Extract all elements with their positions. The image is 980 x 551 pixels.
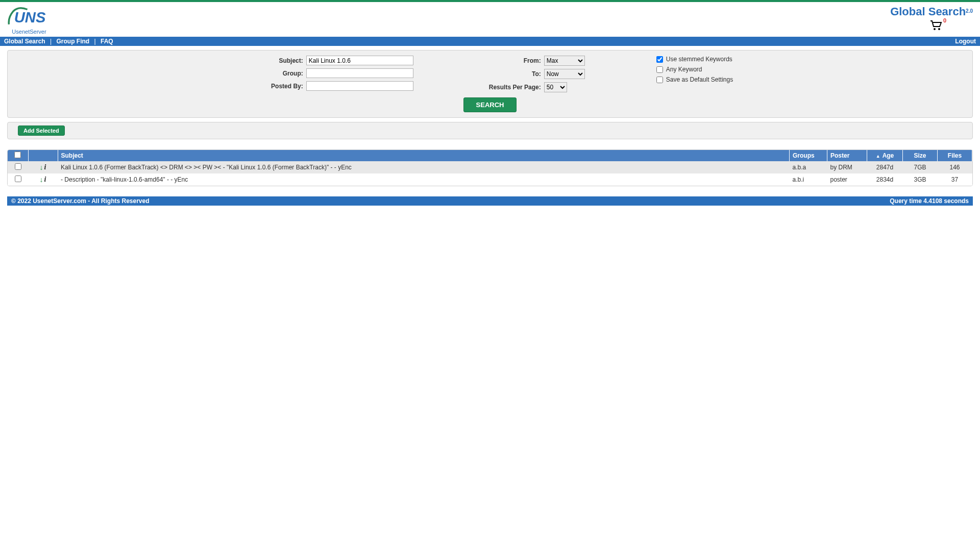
select-all-checkbox[interactable]: [14, 152, 21, 158]
to-select[interactable]: Now: [544, 69, 585, 79]
header-right: Global Search2.0 0: [890, 5, 973, 32]
checkbox-stemmed-label: Use stemmed Keywords: [666, 56, 732, 63]
search-col-middle: From: Max To: Now Results Per Page: 50: [485, 56, 585, 92]
checkbox-save-default-label: Save as Default Settings: [666, 76, 733, 83]
info-icon[interactable]: i: [44, 163, 46, 171]
footer: © 2022 UsenetServer.com - All Rights Res…: [7, 196, 973, 206]
nav-global-search[interactable]: Global Search: [4, 38, 45, 45]
cell-size: 7GB: [903, 161, 938, 173]
cell-files: 37: [938, 173, 972, 186]
posted-by-input[interactable]: [306, 81, 413, 91]
label-to: To:: [485, 70, 541, 78]
cell-poster: poster: [827, 173, 867, 186]
from-select[interactable]: Max: [544, 56, 585, 66]
table-row: ↓iKali Linux 1.0.6 (Former BackTrack) <>…: [8, 161, 972, 173]
cell-size: 3GB: [903, 173, 938, 186]
checkbox-save-default-input[interactable]: [656, 77, 663, 83]
cell-groups: a.b.i: [790, 173, 827, 186]
sort-asc-icon: ▲: [876, 154, 880, 159]
checkbox-stemmed[interactable]: Use stemmed Keywords: [656, 56, 733, 63]
row-checkbox[interactable]: [15, 163, 21, 170]
checkbox-any-keyword-label: Any Keyword: [666, 66, 702, 73]
label-subject: Subject:: [247, 57, 303, 64]
nav-separator: |: [94, 38, 96, 45]
results-table: Subject Groups Poster ▲Age Size Files ↓i…: [7, 149, 973, 186]
cart-icon: [930, 20, 942, 31]
header-subject[interactable]: Subject: [58, 150, 790, 161]
cell-age: 2847d: [867, 161, 903, 173]
results-per-page-select[interactable]: 50: [544, 82, 567, 92]
cell-subject[interactable]: Kali Linux 1.0.6 (Former BackTrack) <> D…: [58, 161, 790, 173]
footer-copyright: © 2022 UsenetServer.com - All Rights Res…: [11, 197, 150, 205]
header-poster[interactable]: Poster: [827, 150, 867, 161]
checkbox-stemmed-input[interactable]: [656, 56, 663, 63]
nav-group-find[interactable]: Group Find: [57, 38, 90, 45]
cell-files: 146: [938, 161, 972, 173]
cart-button[interactable]: 0: [930, 20, 942, 32]
header-age[interactable]: ▲Age: [867, 150, 903, 161]
header-size[interactable]: Size: [903, 150, 938, 161]
header-groups[interactable]: Groups: [790, 150, 827, 161]
label-from: From:: [485, 57, 541, 64]
group-input[interactable]: [306, 68, 413, 78]
label-posted-by: Posted By:: [247, 83, 303, 90]
search-col-right: Use stemmed Keywords Any Keyword Save as…: [656, 56, 733, 92]
checkbox-any-keyword[interactable]: Any Keyword: [656, 66, 733, 73]
download-icon[interactable]: ↓: [40, 163, 43, 171]
cell-groups: a.b.a: [790, 161, 827, 173]
logo[interactable]: UNS UsenetServer: [7, 5, 51, 35]
label-group: Group:: [247, 70, 303, 77]
search-col-left: Subject: Group: Posted By:: [247, 56, 413, 92]
checkbox-save-default[interactable]: Save as Default Settings: [656, 76, 733, 83]
header: UNS UsenetServer Global Search2.0 0: [0, 2, 980, 37]
add-selected-button[interactable]: Add Selected: [18, 126, 65, 136]
logo-subtext: UsenetServer: [12, 29, 46, 35]
label-rpp: Results Per Page:: [485, 84, 541, 91]
header-files[interactable]: Files: [938, 150, 972, 161]
checkbox-any-keyword-input[interactable]: [656, 66, 663, 73]
download-icon[interactable]: ↓: [40, 176, 43, 184]
nav-bar: Global Search | Group Find | FAQ Logout: [0, 37, 980, 46]
nav-separator: |: [50, 38, 52, 45]
info-icon[interactable]: i: [44, 176, 46, 184]
search-panel: Subject: Group: Posted By: From: Max: [7, 50, 973, 118]
svg-text:UNS: UNS: [14, 9, 46, 26]
search-button[interactable]: SEARCH: [463, 97, 517, 112]
cell-age: 2834d: [867, 173, 903, 186]
row-checkbox[interactable]: [15, 176, 21, 182]
subject-input[interactable]: [306, 56, 413, 65]
table-row: ↓i- Description - "kali-linux-1.0.6-amd6…: [8, 173, 972, 186]
cell-poster: by DRM: [827, 161, 867, 173]
svg-point-1: [934, 28, 936, 30]
nav-faq[interactable]: FAQ: [101, 38, 113, 45]
header-actions: [28, 150, 58, 161]
header-select-all: [8, 150, 28, 161]
footer-query-time: Query time 4.4108 seconds: [890, 197, 969, 205]
results-toolbar: Add Selected: [7, 122, 973, 139]
svg-point-2: [938, 28, 940, 30]
cell-subject[interactable]: - Description - "kali-linux-1.0.6-amd64"…: [58, 173, 790, 186]
page-title: Global Search: [890, 5, 966, 18]
nav-logout[interactable]: Logout: [955, 38, 976, 45]
uns-logo-icon: UNS: [7, 6, 51, 29]
page-title-version: 2.0: [966, 8, 973, 14]
cart-count-badge: 0: [943, 17, 946, 23]
